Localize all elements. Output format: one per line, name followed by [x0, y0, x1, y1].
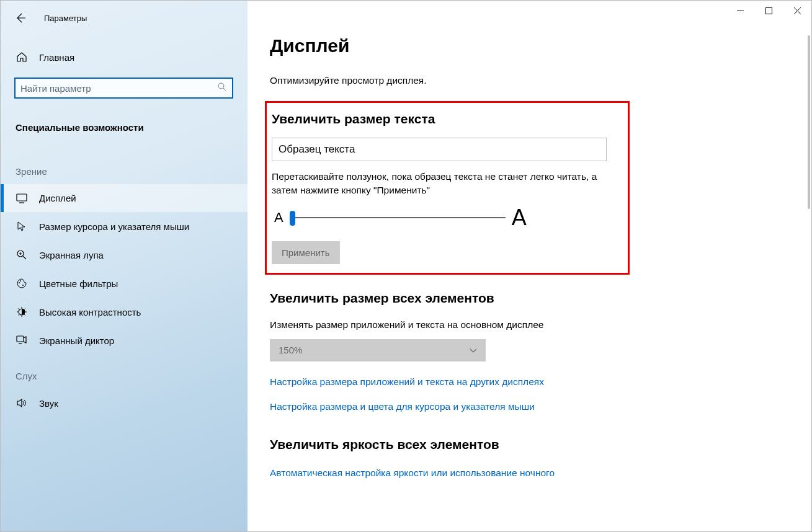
sidebar: Параметры Главная Специальные возможност…	[1, 1, 248, 531]
scale-heading: Увеличить размер всех элементов	[270, 291, 784, 306]
titlebar: Параметры	[1, 6, 248, 33]
text-size-instruction: Перетаскивайте ползунок, пока образец те…	[272, 170, 607, 198]
group-vision-label: Зрение	[1, 150, 248, 184]
nav-narrator-label: Экранный диктор	[39, 335, 114, 346]
display-icon	[16, 193, 28, 203]
slider-thumb[interactable]	[290, 211, 295, 226]
nav-display[interactable]: Дисплей	[1, 184, 248, 212]
nav-magnifier-label: Экранная лупа	[39, 250, 104, 260]
brightness-heading: Увеличить яркость всех элементов	[270, 437, 784, 452]
link-cursor-settings[interactable]: Настройка размера и цвета для курсора и …	[270, 401, 784, 412]
svg-point-5	[19, 282, 20, 283]
sample-text-box: Образец текста	[272, 138, 607, 161]
nav-highcontrast-label: Высокая контрастность	[39, 307, 141, 317]
slider-min-label: A	[274, 210, 283, 226]
svg-point-6	[20, 280, 21, 282]
page-subtitle: Оптимизируйте просмотр дисплея.	[270, 75, 784, 86]
nav-colorfilters-label: Цветные фильтры	[39, 278, 118, 289]
nav-audio-label: Звук	[39, 398, 58, 409]
magnifier-icon	[16, 249, 28, 260]
text-size-slider[interactable]	[290, 217, 506, 218]
scale-value: 150%	[279, 345, 302, 355]
home-nav[interactable]: Главная	[1, 33, 248, 73]
nav-cursor[interactable]: Размер курсора и указателя мыши	[1, 212, 248, 241]
text-size-slider-row: A A	[274, 206, 618, 229]
scrollbar[interactable]	[808, 35, 810, 209]
nav-display-label: Дисплей	[39, 193, 76, 203]
home-icon	[16, 51, 28, 63]
nav-cursor-label: Размер курсора и указателя мыши	[39, 221, 189, 232]
page-title: Дисплей	[270, 35, 784, 56]
svg-point-7	[22, 285, 24, 286]
audio-icon	[16, 397, 28, 409]
link-other-displays[interactable]: Настройка размера приложений и текста на…	[270, 376, 784, 388]
narrator-icon	[16, 335, 28, 346]
nav-audio[interactable]: Звук	[1, 389, 248, 417]
settings-window: Параметры Главная Специальные возможност…	[0, 0, 812, 532]
home-label: Главная	[39, 52, 74, 63]
svg-rect-3	[17, 194, 27, 201]
back-button[interactable]	[12, 9, 29, 27]
apply-button: Применить	[272, 241, 340, 264]
link-brightness[interactable]: Автоматическая настройка яркости или исп…	[270, 468, 555, 478]
text-size-section-highlighted: Увеличить размер текста Образец текста П…	[265, 101, 630, 275]
cursor-icon	[16, 221, 28, 232]
search-container	[1, 73, 248, 111]
slider-max-label: A	[512, 206, 527, 229]
svg-point-2	[218, 83, 224, 89]
nav-magnifier[interactable]: Экранная лупа	[1, 241, 248, 269]
text-size-heading: Увеличить размер текста	[272, 112, 622, 126]
group-hearing-label: Слух	[1, 355, 248, 389]
nav-highcontrast[interactable]: Высокая контрастность	[1, 298, 248, 326]
svg-rect-9	[17, 336, 24, 342]
chevron-down-icon	[470, 345, 477, 355]
scale-dropdown[interactable]: 150%	[270, 339, 486, 361]
search-icon	[217, 82, 227, 94]
contrast-icon	[16, 306, 28, 317]
nav-colorfilters[interactable]: Цветные фильтры	[1, 269, 248, 298]
scale-description: Изменять размер приложений и текста на о…	[270, 319, 784, 330]
category-title: Специальные возможности	[1, 111, 248, 150]
search-input[interactable]	[14, 78, 233, 99]
app-title: Параметры	[44, 14, 87, 23]
nav-narrator[interactable]: Экранный диктор	[1, 326, 248, 355]
palette-icon	[16, 278, 28, 289]
main-content: Дисплей Оптимизируйте просмотр дисплея. …	[248, 1, 811, 531]
search-field[interactable]	[20, 83, 217, 94]
